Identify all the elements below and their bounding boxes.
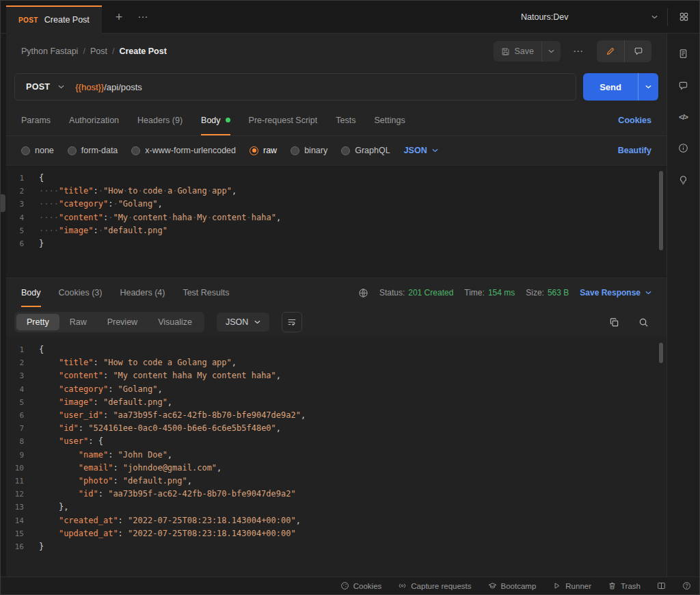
info-icon[interactable] — [678, 143, 688, 153]
time-stat: Time: 154 ms — [464, 288, 515, 298]
code-text: ····"content":·"My·content·haha·My·conte… — [39, 211, 281, 224]
raw-language-dropdown[interactable]: JSON — [404, 146, 438, 155]
code-line: 6} — [6, 237, 667, 250]
top-tab-bar: POST Create Post + ⋯ Natours:Dev — [1, 1, 699, 34]
environment-quick-look-button[interactable] — [668, 12, 699, 22]
response-tab-headers[interactable]: Headers (4) — [120, 278, 165, 307]
response-tab-cookies[interactable]: Cookies (3) — [59, 278, 103, 307]
code-line: 1{ — [6, 343, 667, 356]
save-button-group: Save — [494, 41, 561, 62]
statusbar-runner[interactable]: Runner — [552, 581, 591, 590]
comment-button[interactable] — [624, 40, 651, 62]
tab-label: Pre-request Script — [249, 116, 318, 125]
environment-name: Natours:Dev — [521, 12, 568, 22]
response-language-dropdown[interactable]: JSON — [217, 313, 269, 332]
tab-options-button[interactable]: ⋯ — [137, 11, 149, 23]
code-text: "image": "default.png", — [39, 396, 172, 409]
tab-body[interactable]: Body — [201, 105, 230, 135]
code-snippet-icon[interactable]: </> — [679, 113, 688, 121]
scrollbar[interactable] — [659, 343, 663, 363]
tab-label: Body — [21, 288, 41, 298]
statusbar-cookies[interactable]: Cookies — [340, 581, 382, 590]
body-type-urlencoded[interactable]: x-www-form-urlencoded — [131, 146, 236, 155]
chevron-down-icon — [548, 49, 554, 53]
body-type-label: none — [35, 146, 54, 155]
tab-method-badge: POST — [18, 16, 38, 24]
save-button[interactable]: Save — [494, 41, 542, 62]
statusbar-label: Bootcamp — [501, 582, 537, 590]
tab-label: Headers (9) — [137, 116, 183, 125]
new-tab-button[interactable]: + — [116, 11, 123, 23]
beautify-link[interactable]: Beautify — [618, 146, 651, 155]
scrollbar[interactable] — [659, 171, 663, 250]
documentation-icon[interactable] — [678, 49, 688, 59]
save-response-button[interactable]: Save Response — [580, 288, 651, 298]
play-icon — [552, 581, 561, 590]
radio-icon — [68, 146, 77, 155]
breadcrumb-folder[interactable]: Post — [90, 47, 107, 56]
request-tab-create-post[interactable]: POST Create Post — [6, 5, 102, 34]
sidebar-drag-handle[interactable] — [1, 194, 5, 212]
method-dropdown[interactable]: POST — [15, 82, 75, 92]
statusbar-trash[interactable]: Trash — [608, 581, 641, 590]
response-body-editor[interactable]: 1{2 "title": "How to code a Golang app",… — [6, 337, 667, 577]
body-modified-dot — [226, 118, 230, 122]
breadcrumb-request-name[interactable]: Create Post — [119, 47, 166, 56]
more-actions-button[interactable]: ⋯ — [573, 45, 584, 57]
url-input[interactable]: {{host}}/api/posts — [75, 82, 142, 92]
send-button[interactable]: Send — [583, 73, 638, 101]
line-number: 11 — [6, 475, 39, 488]
radio-icon — [341, 146, 350, 155]
statusbar-bootcamp[interactable]: Bootcamp — [488, 581, 537, 590]
lightbulb-icon[interactable] — [678, 175, 688, 185]
view-pretty[interactable]: Pretty — [16, 314, 59, 330]
body-type-raw[interactable]: raw — [250, 146, 277, 155]
network-globe-icon[interactable] — [358, 288, 368, 298]
tab-pre-request-script[interactable]: Pre-request Script — [249, 105, 318, 135]
help-button[interactable] — [682, 581, 691, 590]
view-visualize[interactable]: Visualize — [148, 314, 202, 330]
radio-icon — [291, 146, 299, 155]
split-panels-button[interactable] — [657, 581, 666, 590]
code-line: 10 "email": "johndoe@gmail.com", — [6, 462, 667, 475]
wrap-lines-button[interactable] — [282, 312, 302, 332]
send-options-button[interactable] — [638, 73, 658, 101]
save-icon — [501, 47, 510, 56]
body-type-none[interactable]: none — [21, 146, 54, 155]
tab-authorization[interactable]: Authorization — [69, 105, 119, 135]
cookies-link[interactable]: Cookies — [618, 116, 651, 125]
tab-tests[interactable]: Tests — [336, 105, 355, 135]
code-text: "created_at": "2022-07-25T08:23:18.14300… — [39, 514, 301, 527]
code-line: 6 "user_id": "aa73b95f-ac62-42fb-8b70-bf… — [6, 409, 667, 422]
environment-selector[interactable]: Natours:Dev — [511, 5, 667, 29]
language-label: JSON — [226, 317, 248, 327]
view-raw[interactable]: Raw — [59, 314, 97, 330]
statusbar-capture-requests[interactable]: Capture requests — [398, 581, 471, 590]
code-line: 15 "updated_at": "2022-07-25T08:23:18.14… — [6, 527, 667, 540]
tab-title: Create Post — [44, 15, 90, 25]
response-tab-test-results[interactable]: Test Results — [183, 278, 229, 307]
body-type-graphql[interactable]: GraphQL — [341, 146, 390, 155]
search-icon[interactable] — [638, 317, 649, 328]
body-type-form-data[interactable]: form-data — [68, 146, 118, 155]
code-text: "content": "My content haha My content h… — [39, 369, 281, 382]
view-preview[interactable]: Preview — [97, 314, 148, 330]
request-body-editor[interactable]: 1{2····"title":·"How·to·code·a·Golang·ap… — [6, 165, 667, 278]
body-type-binary[interactable]: binary — [291, 146, 327, 155]
tab-headers[interactable]: Headers (9) — [137, 105, 183, 135]
save-options-button[interactable] — [541, 41, 561, 62]
copy-icon[interactable] — [609, 317, 619, 328]
tab-settings[interactable]: Settings — [374, 105, 405, 135]
line-number: 3 — [6, 369, 39, 382]
response-tab-body[interactable]: Body — [21, 278, 41, 307]
text-wrap-icon — [287, 317, 297, 327]
line-number: 13 — [6, 501, 39, 514]
code-line: 4 "category": "Golang", — [6, 383, 667, 396]
edit-request-button[interactable] — [597, 40, 624, 62]
code-text: "user_id": "aa73b95f-ac62-42fb-8b70-bfe9… — [39, 409, 306, 422]
response-toolbar: Pretty Raw Preview Visualize JSON — [6, 307, 667, 337]
breadcrumb-collection[interactable]: Python Fastapi — [21, 47, 78, 56]
comments-icon[interactable] — [678, 81, 688, 91]
tab-params[interactable]: Params — [21, 105, 51, 135]
chevron-down-icon — [58, 85, 64, 89]
